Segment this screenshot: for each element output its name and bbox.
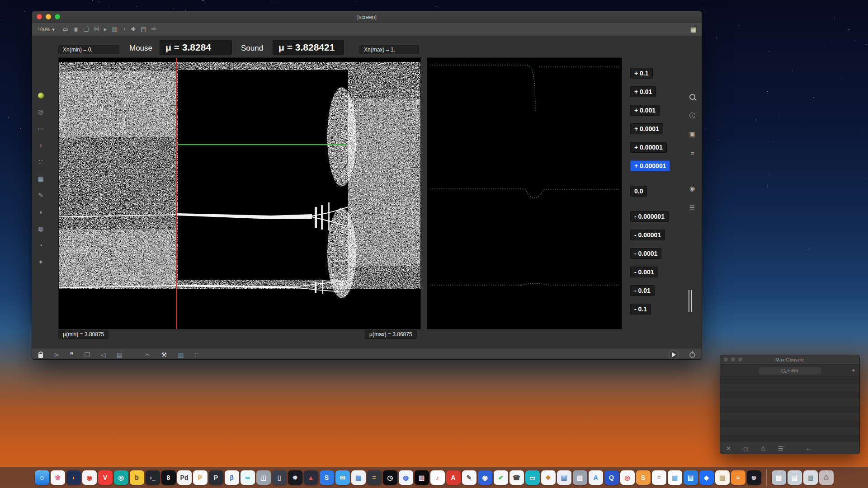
filter-list-icon[interactable]: ☰ [778, 445, 783, 452]
dock-icon-dropbox[interactable]: ◆ [699, 470, 714, 485]
paint-icon[interactable]: ✑ [151, 26, 156, 33]
picture-icon[interactable]: ▦ [38, 175, 43, 182]
play-button[interactable] [669, 350, 679, 360]
minimize-button[interactable] [46, 14, 51, 19]
target-icon[interactable]: ◎ [38, 108, 43, 115]
dock-icon-calculator[interactable]: = [367, 470, 382, 485]
dock-icon-vivaldi[interactable]: V [98, 470, 113, 485]
object-strip-icon[interactable]: ▭ [38, 125, 43, 132]
dock-icon-eight-ball[interactable]: 8 [161, 470, 176, 485]
console-zoom-button[interactable] [738, 357, 742, 361]
dock-icon-mail[interactable]: ✉ [335, 470, 350, 485]
dots-grid-icon[interactable]: ∷ [194, 352, 198, 358]
object-box-icon[interactable]: ▭ [63, 26, 68, 33]
pointer-icon[interactable]: ⊳ [54, 352, 59, 358]
console-close-button[interactable] [724, 357, 728, 361]
increment-button[interactable]: + 0.00001 [630, 142, 667, 153]
dial-icon[interactable]: ◔ [122, 26, 126, 33]
clock-icon[interactable]: ◷ [743, 445, 748, 452]
dock-icon-files-folder[interactable]: ▨ [772, 470, 786, 485]
dock-icon-firefox[interactable]: ◗ [66, 470, 81, 485]
dock-icon-cube[interactable]: ◫ [256, 470, 271, 485]
window-titlebar[interactable]: [screen] [32, 11, 702, 23]
close-button[interactable] [37, 14, 42, 19]
half-circle-icon[interactable]: ◖ [39, 209, 42, 216]
mixer-icon[interactable]: ☰ [689, 205, 695, 211]
dock-icon-gallery[interactable]: ▦ [668, 470, 682, 485]
dock-icon-earth[interactable]: ◍ [399, 470, 413, 485]
dock-icon-bee[interactable]: b [130, 470, 144, 485]
activity-icon[interactable] [38, 93, 44, 99]
dock-icon-finder[interactable]: ☺ [35, 470, 49, 485]
dock-icon-terminal[interactable]: ›_ [146, 470, 160, 485]
message-icon[interactable]: ❏ [83, 26, 89, 33]
dock-icon-tv[interactable]: ▭ [525, 470, 540, 485]
dock-icon-sheets[interactable]: ▥ [715, 470, 730, 485]
dock-icon-wheel[interactable]: ⊛ [747, 470, 761, 485]
views-icon[interactable]: ▣ [689, 131, 695, 138]
dock-icon-appstore[interactable]: A [589, 470, 603, 485]
audio-icon[interactable]: ♪ [39, 142, 42, 149]
back-icon[interactable]: ← [806, 445, 811, 452]
increment-button[interactable]: 0.0 [630, 186, 647, 197]
search-icon[interactable] [689, 94, 695, 100]
info-icon[interactable]: i [689, 113, 695, 118]
dock-icon-quest[interactable]: Q [604, 470, 619, 485]
console-list[interactable] [720, 377, 859, 441]
dock-icon-swift[interactable]: S [636, 470, 651, 485]
bang-icon[interactable]: ◉ [73, 26, 78, 33]
dock-icon-book[interactable]: ▤ [684, 470, 698, 485]
dock-icon-blue-globe[interactable]: ◉ [478, 470, 492, 485]
dock-icon-hotspot[interactable]: ≈ [731, 470, 745, 485]
dock-icon-facetime[interactable]: ☎ [509, 470, 524, 485]
toggle-icon[interactable]: ☒ [94, 26, 99, 33]
bifurcation-display[interactable] [58, 57, 421, 329]
increment-button[interactable]: + 0.001 [630, 105, 660, 116]
dock-icon-piano[interactable]: ▥ [415, 470, 429, 485]
dock-icon-game[interactable]: ▲ [304, 470, 318, 485]
sound-mu-numberbox[interactable]: μ = 3.828421 [273, 40, 344, 55]
dock-icon-beta-app[interactable]: β [225, 470, 239, 485]
dock-icon-grid-app[interactable]: ▦ [351, 470, 366, 485]
dock-icon-aperture[interactable]: ✸ [288, 470, 302, 485]
increment-button[interactable]: - 0.0001 [630, 248, 661, 259]
plus-icon[interactable]: ✚ [131, 26, 136, 33]
dock-icon-store[interactable]: ❖ [541, 470, 556, 485]
increment-button[interactable]: + 0.1 [630, 68, 653, 79]
dock-icon-skype[interactable]: S [320, 470, 334, 485]
increment-button[interactable]: - 0.000001 [630, 211, 669, 222]
dock-icon-sketch[interactable]: ✎ [462, 470, 476, 485]
speaker-icon[interactable]: ◁ [101, 352, 106, 358]
dock-icon-trash[interactable]: ♺ [819, 470, 834, 485]
keyboard-icon[interactable]: ▥ [178, 352, 184, 358]
list-icon[interactable]: ≡ [690, 150, 694, 157]
increment-button[interactable]: + 0.01 [630, 86, 656, 97]
dock-icon-folder-app[interactable]: ▧ [573, 470, 587, 485]
dock-icon-puredata[interactable]: Pd [177, 470, 192, 485]
dock-icon-notes[interactable]: ≡ [652, 470, 666, 485]
wrench-icon[interactable]: ⚒ [161, 352, 167, 358]
dock-icon-stack[interactable]: ▥ [803, 470, 818, 485]
dock-icon-processing[interactable]: P [209, 470, 223, 485]
dock-icon-music[interactable]: ♪ [430, 470, 445, 485]
dock-icon-docs-folder[interactable]: ▤ [788, 470, 802, 485]
record-icon[interactable]: ◍ [38, 225, 43, 232]
dock-icon-photos[interactable]: ❀ [51, 470, 65, 485]
clear-icon[interactable]: ✕ [726, 445, 731, 452]
comment-icon[interactable]: ❞ [70, 352, 74, 358]
patchcord-icon[interactable]: ✂ [145, 352, 151, 358]
dock-icon-chrome[interactable]: ◉ [82, 470, 97, 485]
increment-button[interactable]: - 0.01 [630, 285, 655, 296]
console-titlebar[interactable]: Max Console [720, 355, 859, 365]
increment-button[interactable]: - 0.1 [630, 304, 651, 314]
add-button[interactable]: + [852, 366, 855, 374]
dock-icon-device[interactable]: ▯ [272, 470, 287, 485]
slider-icon[interactable]: ▥ [112, 26, 117, 33]
panel-icon[interactable]: ▤ [141, 26, 146, 33]
dock-icon-rings[interactable]: ∞ [241, 470, 255, 485]
zoom-button[interactable] [55, 14, 60, 19]
dock-icon-orbit[interactable]: ◎ [620, 470, 635, 485]
timer-icon[interactable]: ◔ [39, 242, 42, 249]
dock-icon-clock[interactable]: ◷ [383, 470, 397, 485]
console-filter-input[interactable]: Filter [758, 367, 821, 375]
